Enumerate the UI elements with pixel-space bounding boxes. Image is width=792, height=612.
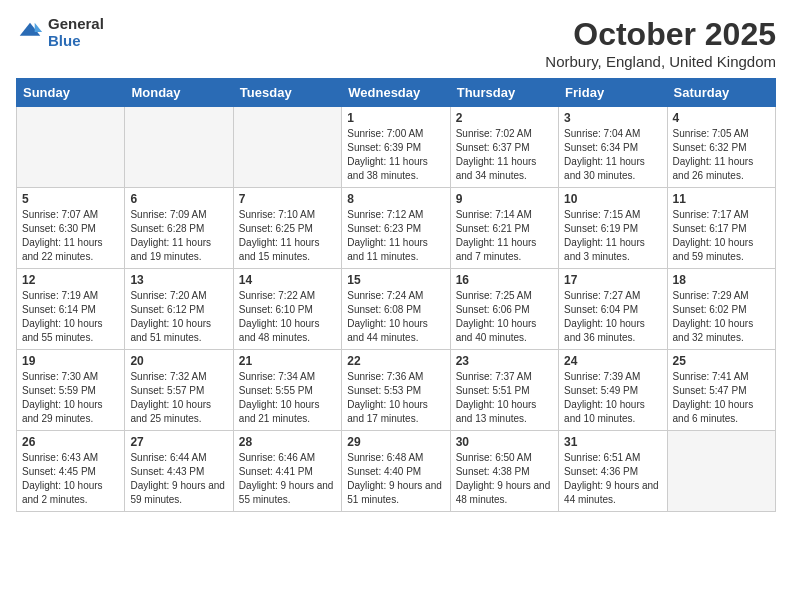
weekday-header-wednesday: Wednesday — [342, 79, 450, 107]
calendar-cell: 16Sunrise: 7:25 AM Sunset: 6:06 PM Dayli… — [450, 269, 558, 350]
day-info: Sunrise: 6:46 AM Sunset: 4:41 PM Dayligh… — [239, 451, 336, 507]
logo-text: General Blue — [48, 16, 104, 49]
day-number: 14 — [239, 273, 336, 287]
logo: General Blue — [16, 16, 104, 49]
calendar-cell: 21Sunrise: 7:34 AM Sunset: 5:55 PM Dayli… — [233, 350, 341, 431]
day-info: Sunrise: 7:10 AM Sunset: 6:25 PM Dayligh… — [239, 208, 336, 264]
day-number: 19 — [22, 354, 119, 368]
weekday-header-saturday: Saturday — [667, 79, 775, 107]
calendar-cell: 2Sunrise: 7:02 AM Sunset: 6:37 PM Daylig… — [450, 107, 558, 188]
day-info: Sunrise: 6:50 AM Sunset: 4:38 PM Dayligh… — [456, 451, 553, 507]
day-number: 31 — [564, 435, 661, 449]
day-number: 29 — [347, 435, 444, 449]
week-row-5: 26Sunrise: 6:43 AM Sunset: 4:45 PM Dayli… — [17, 431, 776, 512]
week-row-1: 1Sunrise: 7:00 AM Sunset: 6:39 PM Daylig… — [17, 107, 776, 188]
day-number: 18 — [673, 273, 770, 287]
logo-general-text: General — [48, 16, 104, 33]
calendar-cell — [125, 107, 233, 188]
day-number: 28 — [239, 435, 336, 449]
weekday-header-monday: Monday — [125, 79, 233, 107]
day-number: 1 — [347, 111, 444, 125]
calendar-table: SundayMondayTuesdayWednesdayThursdayFrid… — [16, 78, 776, 512]
day-number: 9 — [456, 192, 553, 206]
calendar-cell: 3Sunrise: 7:04 AM Sunset: 6:34 PM Daylig… — [559, 107, 667, 188]
day-number: 8 — [347, 192, 444, 206]
calendar-cell: 31Sunrise: 6:51 AM Sunset: 4:36 PM Dayli… — [559, 431, 667, 512]
day-info: Sunrise: 7:02 AM Sunset: 6:37 PM Dayligh… — [456, 127, 553, 183]
calendar-cell: 17Sunrise: 7:27 AM Sunset: 6:04 PM Dayli… — [559, 269, 667, 350]
day-info: Sunrise: 7:17 AM Sunset: 6:17 PM Dayligh… — [673, 208, 770, 264]
day-info: Sunrise: 7:20 AM Sunset: 6:12 PM Dayligh… — [130, 289, 227, 345]
day-number: 6 — [130, 192, 227, 206]
day-info: Sunrise: 7:14 AM Sunset: 6:21 PM Dayligh… — [456, 208, 553, 264]
day-info: Sunrise: 7:24 AM Sunset: 6:08 PM Dayligh… — [347, 289, 444, 345]
day-info: Sunrise: 7:36 AM Sunset: 5:53 PM Dayligh… — [347, 370, 444, 426]
calendar-cell: 23Sunrise: 7:37 AM Sunset: 5:51 PM Dayli… — [450, 350, 558, 431]
day-number: 12 — [22, 273, 119, 287]
day-info: Sunrise: 7:25 AM Sunset: 6:06 PM Dayligh… — [456, 289, 553, 345]
day-info: Sunrise: 6:44 AM Sunset: 4:43 PM Dayligh… — [130, 451, 227, 507]
weekday-header-friday: Friday — [559, 79, 667, 107]
day-info: Sunrise: 7:37 AM Sunset: 5:51 PM Dayligh… — [456, 370, 553, 426]
calendar-cell: 11Sunrise: 7:17 AM Sunset: 6:17 PM Dayli… — [667, 188, 775, 269]
day-number: 26 — [22, 435, 119, 449]
day-info: Sunrise: 7:27 AM Sunset: 6:04 PM Dayligh… — [564, 289, 661, 345]
day-info: Sunrise: 7:41 AM Sunset: 5:47 PM Dayligh… — [673, 370, 770, 426]
day-number: 13 — [130, 273, 227, 287]
calendar-cell: 27Sunrise: 6:44 AM Sunset: 4:43 PM Dayli… — [125, 431, 233, 512]
day-info: Sunrise: 6:43 AM Sunset: 4:45 PM Dayligh… — [22, 451, 119, 507]
calendar-cell: 20Sunrise: 7:32 AM Sunset: 5:57 PM Dayli… — [125, 350, 233, 431]
calendar-cell: 24Sunrise: 7:39 AM Sunset: 5:49 PM Dayli… — [559, 350, 667, 431]
day-number: 21 — [239, 354, 336, 368]
week-row-2: 5Sunrise: 7:07 AM Sunset: 6:30 PM Daylig… — [17, 188, 776, 269]
day-number: 15 — [347, 273, 444, 287]
day-number: 16 — [456, 273, 553, 287]
calendar-cell: 8Sunrise: 7:12 AM Sunset: 6:23 PM Daylig… — [342, 188, 450, 269]
day-info: Sunrise: 7:30 AM Sunset: 5:59 PM Dayligh… — [22, 370, 119, 426]
day-info: Sunrise: 6:48 AM Sunset: 4:40 PM Dayligh… — [347, 451, 444, 507]
calendar-cell: 5Sunrise: 7:07 AM Sunset: 6:30 PM Daylig… — [17, 188, 125, 269]
day-info: Sunrise: 6:51 AM Sunset: 4:36 PM Dayligh… — [564, 451, 661, 507]
calendar-cell: 12Sunrise: 7:19 AM Sunset: 6:14 PM Dayli… — [17, 269, 125, 350]
calendar-cell: 28Sunrise: 6:46 AM Sunset: 4:41 PM Dayli… — [233, 431, 341, 512]
day-number: 30 — [456, 435, 553, 449]
day-number: 24 — [564, 354, 661, 368]
calendar-cell: 30Sunrise: 6:50 AM Sunset: 4:38 PM Dayli… — [450, 431, 558, 512]
calendar-cell: 25Sunrise: 7:41 AM Sunset: 5:47 PM Dayli… — [667, 350, 775, 431]
day-number: 17 — [564, 273, 661, 287]
calendar-cell: 26Sunrise: 6:43 AM Sunset: 4:45 PM Dayli… — [17, 431, 125, 512]
title-area: October 2025 Norbury, England, United Ki… — [545, 16, 776, 70]
calendar-cell: 4Sunrise: 7:05 AM Sunset: 6:32 PM Daylig… — [667, 107, 775, 188]
day-info: Sunrise: 7:12 AM Sunset: 6:23 PM Dayligh… — [347, 208, 444, 264]
logo-icon — [16, 19, 44, 47]
calendar-cell: 6Sunrise: 7:09 AM Sunset: 6:28 PM Daylig… — [125, 188, 233, 269]
calendar-cell: 22Sunrise: 7:36 AM Sunset: 5:53 PM Dayli… — [342, 350, 450, 431]
day-number: 22 — [347, 354, 444, 368]
weekday-header-sunday: Sunday — [17, 79, 125, 107]
calendar-cell: 10Sunrise: 7:15 AM Sunset: 6:19 PM Dayli… — [559, 188, 667, 269]
day-info: Sunrise: 7:15 AM Sunset: 6:19 PM Dayligh… — [564, 208, 661, 264]
location: Norbury, England, United Kingdom — [545, 53, 776, 70]
weekday-header-tuesday: Tuesday — [233, 79, 341, 107]
week-row-4: 19Sunrise: 7:30 AM Sunset: 5:59 PM Dayli… — [17, 350, 776, 431]
calendar-cell: 19Sunrise: 7:30 AM Sunset: 5:59 PM Dayli… — [17, 350, 125, 431]
day-number: 11 — [673, 192, 770, 206]
day-info: Sunrise: 7:04 AM Sunset: 6:34 PM Dayligh… — [564, 127, 661, 183]
calendar-cell: 14Sunrise: 7:22 AM Sunset: 6:10 PM Dayli… — [233, 269, 341, 350]
day-number: 4 — [673, 111, 770, 125]
day-info: Sunrise: 7:07 AM Sunset: 6:30 PM Dayligh… — [22, 208, 119, 264]
day-number: 5 — [22, 192, 119, 206]
day-info: Sunrise: 7:09 AM Sunset: 6:28 PM Dayligh… — [130, 208, 227, 264]
day-info: Sunrise: 7:34 AM Sunset: 5:55 PM Dayligh… — [239, 370, 336, 426]
weekday-header-row: SundayMondayTuesdayWednesdayThursdayFrid… — [17, 79, 776, 107]
calendar-cell — [233, 107, 341, 188]
calendar-cell: 1Sunrise: 7:00 AM Sunset: 6:39 PM Daylig… — [342, 107, 450, 188]
calendar-cell: 15Sunrise: 7:24 AM Sunset: 6:08 PM Dayli… — [342, 269, 450, 350]
calendar-cell: 18Sunrise: 7:29 AM Sunset: 6:02 PM Dayli… — [667, 269, 775, 350]
weekday-header-thursday: Thursday — [450, 79, 558, 107]
day-number: 20 — [130, 354, 227, 368]
day-number: 25 — [673, 354, 770, 368]
day-number: 10 — [564, 192, 661, 206]
day-info: Sunrise: 7:39 AM Sunset: 5:49 PM Dayligh… — [564, 370, 661, 426]
calendar-cell — [17, 107, 125, 188]
